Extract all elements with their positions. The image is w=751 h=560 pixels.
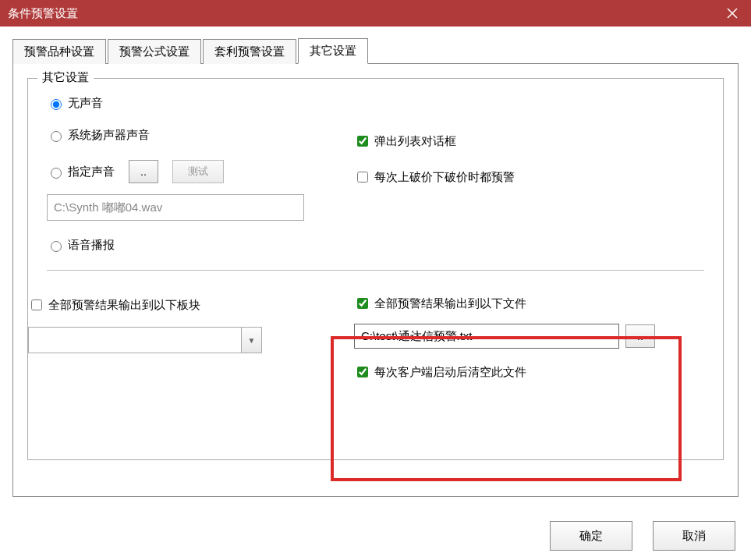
right-options: 弹出列表对话框 每次上破价下破价时都预警 [354, 133, 689, 205]
block-combo-value [29, 328, 241, 353]
ok-button[interactable]: 确定 [550, 521, 632, 551]
check-every-break-label: 每次上破价下破价时都预警 [374, 170, 515, 185]
tab-other[interactable]: 其它设置 [298, 38, 368, 64]
block-combo[interactable]: ▼ [28, 327, 262, 353]
sound-path-input[interactable] [47, 194, 304, 221]
cancel-button[interactable]: 取消 [653, 521, 735, 551]
tab-strip: 预警品种设置 预警公式设置 套利预警设置 其它设置 [12, 37, 739, 63]
tab-product[interactable]: 预警品种设置 [12, 39, 106, 64]
check-output-to-file-label: 全部预警结果输出到以下文件 [374, 296, 526, 311]
test-sound-button[interactable]: 测试 [172, 160, 224, 183]
dialog-footer: 确定 取消 [550, 521, 735, 551]
radio-no-sound-label: 无声音 [68, 96, 103, 111]
horizontal-divider [47, 270, 704, 271]
output-block-left: 全部预警结果输出到以下板块 ▼ [28, 297, 324, 367]
check-output-to-file[interactable] [357, 298, 368, 309]
highlight-annotation [331, 336, 682, 481]
radio-system-sound-label: 系统扬声器声音 [68, 128, 150, 143]
radio-tts-label: 语音播报 [68, 238, 115, 253]
tab-panel-other: 其它设置 无声音 系统扬声器声音 指定声音 .. 测试 [12, 63, 739, 497]
groupbox-other: 其它设置 无声音 系统扬声器声音 指定声音 .. 测试 [27, 78, 724, 460]
chevron-down-icon: ▼ [241, 328, 261, 353]
check-every-break[interactable] [357, 172, 368, 183]
titlebar: 条件预警设置 [0, 0, 751, 27]
radio-tts[interactable] [51, 241, 62, 252]
tab-arbitrage[interactable]: 套利预警设置 [203, 39, 296, 64]
radio-specify-sound[interactable] [51, 168, 62, 179]
window-title: 条件预警设置 [8, 6, 78, 21]
check-output-to-block-label: 全部预警结果输出到以下板块 [48, 298, 200, 313]
tab-formula[interactable]: 预警公式设置 [108, 39, 201, 64]
close-button[interactable] [714, 0, 751, 27]
radio-specify-sound-label: 指定声音 [68, 165, 115, 179]
groupbox-title: 其它设置 [37, 70, 94, 85]
check-popup[interactable] [357, 136, 368, 147]
radio-system-sound[interactable] [51, 131, 62, 142]
check-output-to-block[interactable] [31, 299, 42, 310]
check-popup-label: 弹出列表对话框 [374, 134, 456, 149]
close-icon [727, 8, 738, 19]
browse-sound-button[interactable]: .. [129, 160, 158, 183]
radio-no-sound[interactable] [51, 99, 62, 110]
